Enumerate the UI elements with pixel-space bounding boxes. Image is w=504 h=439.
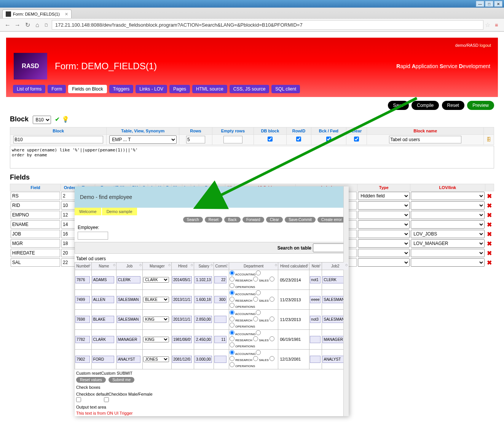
dept-accounting[interactable] <box>230 270 234 275</box>
rowid-checkbox[interactable] <box>296 137 301 142</box>
dt-comm[interactable] <box>214 276 226 277</box>
rows-input[interactable] <box>186 136 205 143</box>
logout-link[interactable]: logout <box>480 43 491 48</box>
star-icon[interactable]: ☆ <box>485 21 490 29</box>
db-block-checkbox[interactable] <box>268 137 273 142</box>
dt-col-comm[interactable]: Comm.◇ <box>214 262 229 270</box>
field-lov-select[interactable] <box>411 192 485 200</box>
field-name-input[interactable] <box>11 201 60 210</box>
field-type2-select[interactable]: Hidden field <box>358 192 410 200</box>
p-reset[interactable]: Reset <box>205 217 222 223</box>
delete-row-button[interactable]: ✖ <box>485 229 494 239</box>
close-button[interactable]: ✕ <box>494 1 502 7</box>
field-lov-select[interactable] <box>411 201 485 210</box>
forward-button[interactable]: → <box>13 21 22 30</box>
dept-x1[interactable] <box>256 270 261 275</box>
browser-tab[interactable]: Form: DEMO_FIELDS(1) ✕ <box>2 10 72 18</box>
field-name-input[interactable] <box>11 239 60 248</box>
menu-icon[interactable]: ≡ <box>492 21 501 30</box>
check-icon[interactable]: ✔ <box>55 116 60 122</box>
compile-button[interactable]: Compile <box>411 101 439 110</box>
tab-form[interactable]: Form <box>48 85 66 93</box>
dt-col-salary[interactable]: Salary◇ <box>194 262 214 270</box>
search-table-input[interactable] <box>313 243 347 252</box>
p-createerror[interactable]: Create error <box>317 217 346 223</box>
field-type2-select[interactable] <box>358 249 410 257</box>
sql-icon[interactable]: 🗄 <box>486 137 491 142</box>
preview-tab-welcome[interactable]: Welcome <box>75 208 101 215</box>
bckfwd-checkbox[interactable] <box>326 137 331 142</box>
tab-pages[interactable]: Pages <box>169 85 190 93</box>
dt-col-hired_calc[interactable]: Hired calculated◇ <box>278 262 309 270</box>
tab-fields-on-block[interactable]: Fields on Block <box>68 85 107 93</box>
tab-close-icon[interactable]: ✕ <box>65 12 68 17</box>
block-name-input[interactable] <box>389 136 461 143</box>
dt-col-department[interactable]: Department◇ <box>229 262 278 270</box>
save-button[interactable]: Save <box>388 101 409 110</box>
block-select[interactable]: B10 <box>33 116 51 124</box>
p-back[interactable]: Back <box>224 217 240 223</box>
delete-row-button[interactable]: ✖ <box>485 258 494 267</box>
table-select[interactable]: EMP ... T <box>109 135 176 144</box>
dept-x2[interactable] <box>270 277 274 277</box>
field-type2-select[interactable] <box>358 258 410 267</box>
field-type2-select[interactable] <box>358 220 410 229</box>
field-name-input[interactable] <box>11 220 60 229</box>
dt-num[interactable] <box>75 276 90 277</box>
dt-mgr[interactable]: CLARK <box>143 277 169 277</box>
field-lov-select[interactable]: LOV_MANAGER <box>411 239 485 248</box>
bulb-icon[interactable]: 💡 <box>62 116 69 122</box>
reload-button[interactable]: ↻ <box>23 21 32 30</box>
dt-hired[interactable] <box>172 276 192 277</box>
field-name-input[interactable] <box>11 192 60 200</box>
employee-input[interactable] <box>78 232 108 240</box>
sql-textarea[interactable]: where upper(ename) like '%'||upper(penam… <box>10 146 494 169</box>
tab-html-source[interactable]: HTML source <box>192 85 227 93</box>
home-button[interactable]: ⌂ <box>33 21 42 30</box>
maximize-button[interactable]: □ <box>485 1 493 7</box>
dt-job2[interactable] <box>322 276 346 277</box>
minimize-button[interactable]: — <box>476 1 484 7</box>
field-lov-select[interactable]: LOV_JOBS <box>411 230 485 238</box>
tab-list-of-forms[interactable]: List of forms <box>13 85 45 93</box>
delete-row-button[interactable]: ✖ <box>485 210 494 220</box>
dt-col-note[interactable]: Note◇ <box>309 262 322 270</box>
dt-note[interactable] <box>310 276 321 277</box>
tab-links-lov[interactable]: Links - LOV <box>136 85 167 93</box>
field-type2-select[interactable] <box>358 201 410 210</box>
delete-row-button[interactable]: ✖ <box>485 220 494 229</box>
block-input[interactable] <box>13 136 103 143</box>
dt-name[interactable] <box>92 276 114 277</box>
delete-row-button[interactable]: ✖ <box>485 239 494 248</box>
dt-col-name[interactable]: Name◇ <box>91 262 116 270</box>
dt-job[interactable] <box>117 276 140 277</box>
url-input[interactable] <box>52 20 483 30</box>
dept-sales[interactable] <box>253 277 258 277</box>
field-type2-select[interactable] <box>358 230 410 238</box>
p-savecommit[interactable]: Save-Commit <box>285 217 316 223</box>
preview-tab-demo[interactable]: Demo sample <box>102 208 137 215</box>
field-type2-select[interactable] <box>358 239 410 248</box>
field-lov-select[interactable] <box>411 211 485 219</box>
reset-button[interactable]: Reset <box>442 101 464 110</box>
tab-triggers[interactable]: Triggers <box>109 85 134 93</box>
field-lov-select[interactable] <box>411 220 485 229</box>
field-name-input[interactable] <box>11 211 60 219</box>
p-search[interactable]: Search <box>183 217 203 223</box>
p-forward[interactable]: Forward <box>242 217 264 223</box>
dt-col-number[interactable]: Number◇ <box>75 262 92 270</box>
clear-checkbox[interactable] <box>354 137 359 142</box>
dt-salary[interactable] <box>195 276 212 277</box>
dept-research[interactable] <box>230 277 234 277</box>
empty-rows-input[interactable] <box>223 136 242 143</box>
field-type2-select[interactable] <box>358 211 410 219</box>
tab-css-js-source[interactable]: CSS, JS source <box>230 85 270 93</box>
delete-row-button[interactable]: ✖ <box>485 201 494 210</box>
field-name-input[interactable] <box>11 249 60 257</box>
dt-col-job[interactable]: Job◇ <box>116 262 142 270</box>
dt-col-hired[interactable]: Hired◇ <box>172 262 194 270</box>
field-name-input[interactable] <box>11 230 60 238</box>
field-name-input[interactable] <box>11 258 60 267</box>
preview-button[interactable]: Preview <box>467 101 494 110</box>
dt-col-manager[interactable]: Manager◇ <box>143 262 172 270</box>
